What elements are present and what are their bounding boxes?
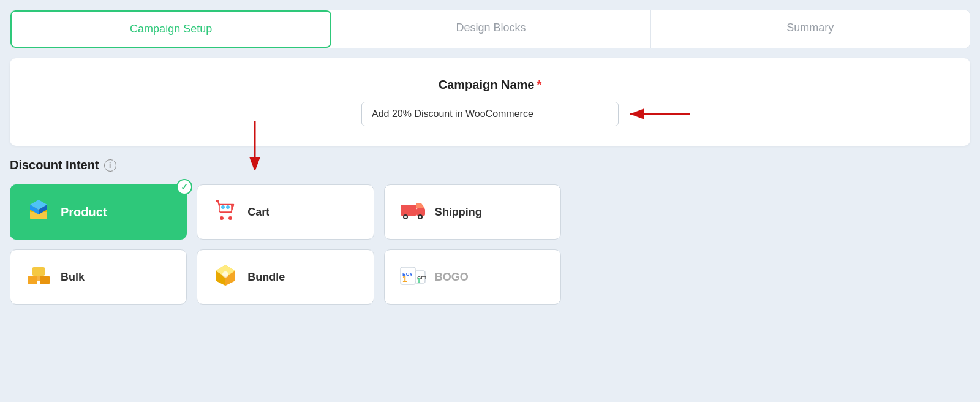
info-icon[interactable]: i bbox=[104, 159, 116, 172]
tabs-bar: Campaign Setup Design Blocks Summary bbox=[10, 10, 970, 48]
intent-card-cart[interactable]: Cart bbox=[197, 184, 374, 240]
intent-card-product[interactable]: ✓ Product bbox=[10, 184, 187, 240]
bundle-label: Bundle bbox=[247, 271, 285, 284]
svg-rect-12 bbox=[219, 205, 232, 212]
discount-intent-title: Discount Intent i bbox=[10, 158, 970, 172]
intent-card-shipping[interactable]: Shipping bbox=[384, 184, 561, 240]
campaign-name-label: Campaign Name* bbox=[34, 78, 946, 92]
shipping-label: Shipping bbox=[435, 206, 482, 219]
required-star: * bbox=[537, 78, 541, 91]
intent-grid: ✓ Product bbox=[10, 184, 561, 305]
tab-design-blocks[interactable]: Design Blocks bbox=[331, 10, 650, 48]
svg-point-21 bbox=[419, 216, 421, 218]
discount-intent-section: Discount Intent i ✓ bbox=[10, 158, 970, 305]
tab-summary[interactable]: Summary bbox=[651, 10, 970, 48]
svg-point-14 bbox=[226, 205, 230, 209]
campaign-name-input[interactable] bbox=[361, 102, 619, 126]
bulk-icon bbox=[25, 262, 52, 292]
cart-icon bbox=[212, 197, 239, 227]
bogo-label: BOGO bbox=[435, 271, 469, 284]
cart-label: Cart bbox=[247, 206, 270, 219]
svg-point-11 bbox=[228, 216, 232, 220]
intent-card-bogo[interactable]: BUY 1 GET 1 BOGO bbox=[384, 249, 561, 305]
main-container: Campaign Setup Design Blocks Summary Cam… bbox=[10, 10, 970, 305]
svg-text:1: 1 bbox=[402, 274, 407, 284]
intent-card-bundle[interactable]: Bundle bbox=[197, 249, 374, 305]
tab-campaign-setup[interactable]: Campaign Setup bbox=[10, 10, 331, 48]
shipping-icon bbox=[399, 197, 426, 227]
bundle-icon bbox=[212, 262, 239, 292]
svg-rect-24 bbox=[40, 276, 50, 284]
arrow-annotation bbox=[624, 104, 691, 124]
svg-point-30 bbox=[222, 271, 228, 278]
svg-marker-17 bbox=[417, 203, 425, 208]
bulk-label: Bulk bbox=[61, 271, 85, 284]
campaign-name-card: Campaign Name* bbox=[10, 58, 970, 146]
bogo-icon: BUY 1 GET 1 bbox=[399, 262, 426, 292]
svg-rect-25 bbox=[32, 267, 45, 276]
campaign-name-wrapper bbox=[34, 102, 946, 126]
svg-rect-15 bbox=[401, 205, 417, 216]
check-badge: ✓ bbox=[176, 179, 192, 195]
product-label: Product bbox=[61, 205, 107, 219]
svg-point-19 bbox=[404, 216, 407, 218]
svg-point-10 bbox=[220, 216, 224, 220]
svg-text:1: 1 bbox=[417, 278, 421, 284]
intent-card-bulk[interactable]: Bulk bbox=[10, 249, 187, 305]
svg-point-13 bbox=[221, 205, 225, 209]
product-icon bbox=[25, 197, 52, 227]
